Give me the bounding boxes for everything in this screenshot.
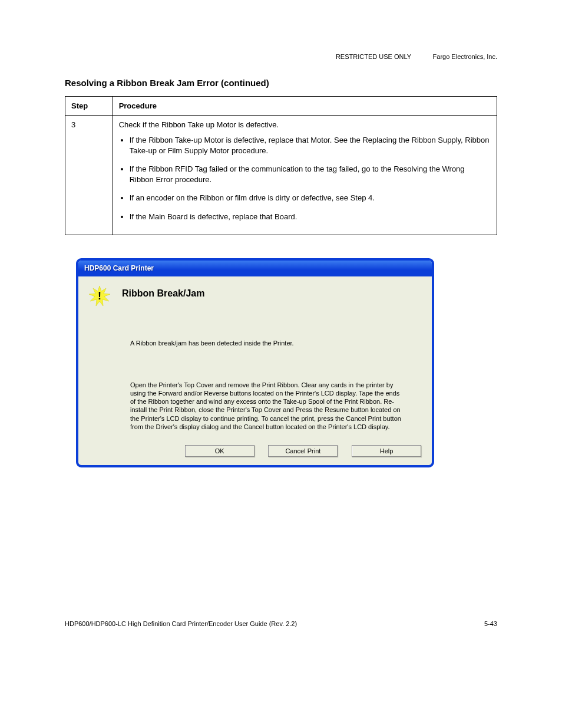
- list-item: If an encoder on the Ribbon or film driv…: [130, 193, 491, 203]
- procedure-intro: Check if the Ribbon Take up Motor is def…: [119, 120, 491, 129]
- dialog-screenshot: HDP600 Card Printer ! Ribbon Break/Jam A…: [77, 259, 497, 467]
- procedure-list: If the Ribbon Take-up Motor is defective…: [130, 135, 491, 222]
- procedure-cell: Check if the Ribbon Take up Motor is def…: [113, 116, 497, 235]
- page-footer: HDP600/HDP600-LC High Definition Card Pr…: [65, 620, 497, 627]
- list-item: If the Ribbon Take-up Motor is defective…: [130, 135, 491, 156]
- dialog-summary: A Ribbon break/jam has been detected ins…: [130, 339, 421, 347]
- header-restricted: RESTRICTED USE ONLY: [336, 53, 411, 60]
- section-title: Resolving a Ribbon Break Jam Error (cont…: [65, 78, 497, 88]
- footer-left: HDP600/HDP600-LC High Definition Card Pr…: [65, 620, 297, 627]
- ok-button[interactable]: OK: [185, 445, 254, 457]
- dialog-heading: Ribbon Break/Jam: [122, 288, 204, 299]
- list-item: If the Ribbon RFID Tag failed or the com…: [130, 164, 491, 185]
- dialog-button-row: OK Cancel Print Help: [89, 443, 421, 457]
- col-step-header: Step: [65, 97, 113, 116]
- warning-exclaim: !: [98, 290, 101, 302]
- step-number: 3: [65, 116, 113, 235]
- error-dialog: HDP600 Card Printer ! Ribbon Break/Jam A…: [77, 259, 434, 467]
- help-button[interactable]: Help: [352, 445, 421, 457]
- table-row: 3 Check if the Ribbon Take up Motor is d…: [65, 116, 497, 235]
- document-header: RESTRICTED USE ONLY Fargo Electronics, I…: [65, 53, 497, 60]
- col-procedure-header: Procedure: [113, 97, 497, 116]
- cancel-print-button[interactable]: Cancel Print: [268, 445, 338, 457]
- procedure-table: Step Procedure 3 Check if the Ribbon Tak…: [65, 96, 497, 235]
- warning-icon: !: [89, 286, 110, 307]
- list-item: If the Main Board is defective, replace …: [130, 212, 491, 222]
- header-company: Fargo Electronics, Inc.: [433, 53, 497, 60]
- dialog-instructions: Open the Printer's Top Cover and remove …: [130, 381, 401, 431]
- dialog-titlebar[interactable]: HDP600 Card Printer: [78, 261, 432, 276]
- footer-right: 5-43: [484, 620, 497, 627]
